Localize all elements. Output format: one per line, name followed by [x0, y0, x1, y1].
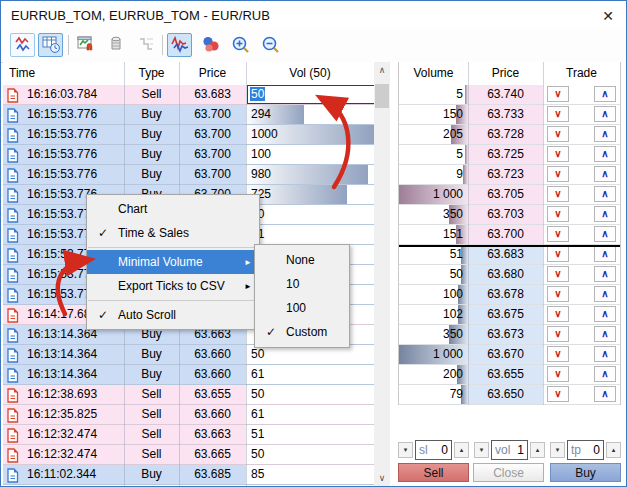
buy-at-price-button[interactable]: ∧ [594, 366, 616, 382]
buy-at-price-button[interactable]: ∧ [594, 126, 616, 142]
time-sales-row[interactable]: 16:15:53.776Buy63.7001000 [3, 125, 374, 145]
menu-item-10[interactable]: 10 [255, 272, 349, 296]
sell-at-price-button[interactable]: ∨ [547, 146, 569, 162]
scroll-up-icon[interactable]: ∧ [374, 62, 390, 78]
sell-at-price-button[interactable]: ∨ [547, 86, 569, 102]
buy-at-price-button[interactable]: ∧ [594, 146, 616, 162]
sell-at-price-button[interactable]: ∨ [547, 246, 569, 262]
buy-at-price-button[interactable]: ∧ [594, 206, 616, 222]
menu-item-100[interactable]: 100 [255, 296, 349, 320]
sell-at-price-button[interactable]: ∨ [547, 186, 569, 202]
sell-at-price-button[interactable]: ∨ [547, 346, 569, 362]
time-sales-row[interactable]: 16:15:53.776Buy63.700980 [3, 165, 374, 185]
vol-field[interactable]: vol1 [491, 440, 528, 460]
cell-price[interactable]: 63.723 [468, 165, 543, 184]
chart-magnet-button[interactable] [73, 33, 98, 57]
sell-at-price-button[interactable]: ∨ [547, 106, 569, 122]
cell-price[interactable]: 63.683 [468, 245, 543, 264]
tp-field[interactable]: tp0 [567, 440, 604, 460]
zoom-in-button[interactable] [227, 33, 252, 57]
buy-at-price-button[interactable]: ∧ [594, 266, 616, 282]
cell-price[interactable]: 63.705 [468, 185, 543, 204]
time-sales-row[interactable]: 16:11:02.344Buy63.68585 [3, 465, 374, 485]
buy-at-price-button[interactable]: ∧ [594, 186, 616, 202]
menu-item-time-sales[interactable]: ✓Time & Sales [87, 221, 259, 245]
sell-at-price-button[interactable]: ∨ [547, 286, 569, 302]
cell-price[interactable]: 63.725 [468, 145, 543, 164]
cell-price[interactable]: 63.740 [468, 85, 543, 104]
column-header-type[interactable]: Type [124, 62, 179, 84]
cell-price[interactable]: 63.703 [468, 205, 543, 224]
cell-price[interactable]: 63.673 [468, 325, 543, 344]
buy-at-price-button[interactable]: ∧ [594, 306, 616, 322]
zoom-out-button[interactable] [257, 33, 282, 57]
time-sales-row[interactable]: 16:13:14.364Buy63.66050 [3, 345, 374, 365]
cell-price[interactable]: 63.728 [468, 125, 543, 144]
vertical-scrollbar[interactable]: ∧ ∨ [374, 62, 390, 486]
buy-at-price-button[interactable]: ∧ [594, 166, 616, 182]
depth-cylinder-button[interactable] [103, 33, 128, 57]
time-sales-row[interactable]: 16:12:35.825Sell63.66061 [3, 405, 374, 425]
sell-button[interactable]: Sell [398, 463, 469, 482]
close-position-button[interactable]: Close [473, 463, 544, 482]
sell-at-price-button[interactable]: ∨ [547, 206, 569, 222]
buy-button[interactable]: Buy [550, 463, 621, 482]
cell-price[interactable]: 63.700 [468, 225, 543, 244]
time-sales-row[interactable]: 16:12:38.693Sell63.65550 [3, 385, 374, 405]
cell-price[interactable]: 63.675 [468, 305, 543, 324]
menu-item-chart[interactable]: Chart [87, 197, 259, 221]
tick-chart-small-button[interactable] [10, 33, 35, 57]
scrollbar-thumb[interactable] [375, 84, 389, 108]
buy-at-price-button[interactable]: ∧ [594, 386, 616, 402]
minimal-volume-input[interactable]: 50 [247, 85, 374, 104]
sell-at-price-button[interactable]: ∨ [547, 266, 569, 282]
buy-at-price-button[interactable]: ∧ [594, 286, 616, 302]
sell-at-price-button[interactable]: ∨ [547, 386, 569, 402]
sl-field[interactable]: sl0 [415, 440, 452, 460]
sell-at-price-button[interactable]: ∨ [547, 126, 569, 142]
sell-at-price-button[interactable]: ∨ [547, 366, 569, 382]
cell-price[interactable]: 63.650 [468, 385, 543, 404]
menu-item-auto-scroll[interactable]: ✓Auto Scroll [87, 303, 259, 327]
sell-at-price-button[interactable]: ∨ [547, 306, 569, 322]
time-sales-row[interactable]: 16:12:32.474Sell63.66550 [3, 445, 374, 465]
close-icon[interactable]: ✕ [598, 6, 618, 26]
step-lines-button[interactable] [133, 33, 158, 57]
spinner-decrease-button[interactable]: ▾ [474, 442, 489, 458]
column-header-trade[interactable]: Trade [543, 62, 620, 84]
spinner-decrease-button[interactable]: ▾ [398, 442, 413, 458]
menu-item-none[interactable]: None [255, 248, 349, 272]
buy-at-price-button[interactable]: ∧ [594, 326, 616, 342]
column-header-time[interactable]: Time [3, 62, 124, 84]
column-header-volume[interactable]: Volume [399, 62, 468, 84]
buy-at-price-button[interactable]: ∧ [594, 86, 616, 102]
sell-at-price-button[interactable]: ∨ [547, 326, 569, 342]
time-sales-row[interactable]: 16:15:53.776Buy63.700294 [3, 105, 374, 125]
cell-price[interactable]: 63.670 [468, 345, 543, 364]
time-sales-row[interactable]: 16:12:32.474Sell63.66351 [3, 425, 374, 445]
buy-at-price-button[interactable]: ∧ [594, 246, 616, 262]
cell-price[interactable]: 63.655 [468, 365, 543, 384]
spinner-increase-button[interactable]: ▴ [606, 442, 621, 458]
menu-item-custom[interactable]: ✓Custom [255, 320, 349, 344]
tick-chart-button[interactable] [167, 33, 192, 57]
cell-price[interactable]: 63.678 [468, 285, 543, 304]
spinner-increase-button[interactable]: ▴ [454, 442, 469, 458]
sell-at-price-button[interactable]: ∨ [547, 166, 569, 182]
column-header-price[interactable]: Price [179, 62, 246, 84]
time-and-sales-button[interactable] [38, 33, 63, 57]
menu-item-minimal-volume[interactable]: Minimal Volume► [87, 250, 259, 274]
buy-at-price-button[interactable]: ∧ [594, 106, 616, 122]
time-sales-row[interactable]: 16:15:53.776Buy63.700100 [3, 145, 374, 165]
menu-item-export-ticks-to-csv[interactable]: Export Ticks to CSV► [87, 274, 259, 298]
spinner-decrease-button[interactable]: ▾ [550, 442, 565, 458]
time-sales-row[interactable]: 16:16:03.784Sell63.68350 [3, 85, 374, 105]
time-sales-row[interactable]: 16:13:14.364Buy63.66061 [3, 365, 374, 385]
sell-at-price-button[interactable]: ∨ [547, 226, 569, 242]
buy-at-price-button[interactable]: ∧ [594, 346, 616, 362]
cell-price[interactable]: 63.733 [468, 105, 543, 124]
buy-at-price-button[interactable]: ∧ [594, 226, 616, 242]
column-header-price[interactable]: Price [468, 62, 543, 84]
bubbles-button[interactable] [197, 33, 222, 57]
column-header-vol-50-[interactable]: Vol (50) [246, 62, 374, 84]
